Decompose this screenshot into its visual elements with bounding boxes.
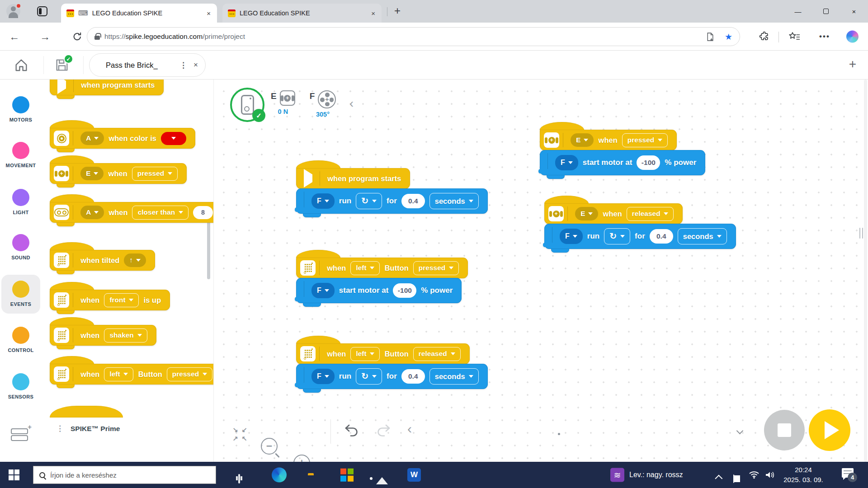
dropdown[interactable]: front <box>104 293 139 307</box>
new-project-button[interactable]: + <box>849 57 856 71</box>
redo-button[interactable] <box>376 424 391 437</box>
favorite-star-icon[interactable]: ★ <box>725 32 732 42</box>
save-page-icon[interactable] <box>705 32 715 42</box>
port-selector[interactable]: F <box>311 283 335 298</box>
taskbar-clock[interactable]: 20:24 2025. 03. 09. <box>771 465 835 485</box>
battery-icon[interactable] <box>733 474 734 483</box>
extensions-icon[interactable] <box>759 31 770 42</box>
dropdown[interactable]: shaken <box>104 328 147 343</box>
notification-center-icon[interactable]: 4 <box>842 468 855 480</box>
dropdown[interactable]: released <box>413 347 461 361</box>
block[interactable]: Awhencloser than8 <box>50 202 214 223</box>
block[interactable]: when program starts <box>50 80 164 95</box>
sidebar-item-control[interactable]: CONTROL <box>3 327 39 353</box>
dropdown[interactable]: pressed <box>413 261 459 275</box>
block[interactable]: +Fstart motor at-100% power <box>296 278 462 303</box>
edge-taskbar-icon[interactable] <box>272 468 287 483</box>
profile-avatar[interactable] <box>6 4 20 18</box>
dropdown[interactable]: pressed <box>167 367 212 381</box>
dropdown[interactable]: closer than <box>132 206 189 220</box>
sidebar-item-sensors[interactable]: SENSORS <box>3 373 39 399</box>
wifi-icon[interactable] <box>749 471 760 479</box>
sidebar-item-motors[interactable]: MOTORS <box>3 96 39 122</box>
direction-dropdown[interactable]: ↻ <box>356 368 382 385</box>
sidebar-item-movement[interactable]: MOVEMENT <box>3 142 39 168</box>
block[interactable]: +Ewhenpressed <box>540 130 677 150</box>
forward-button[interactable]: → <box>40 31 50 42</box>
window-close-button[interactable]: × <box>840 0 868 23</box>
tilt-dropdown[interactable]: ↑ <box>124 253 146 267</box>
canvas-scrollbar-track[interactable] <box>864 80 867 462</box>
value-input[interactable]: -100 <box>393 283 416 298</box>
my-blocks-icon[interactable]: + <box>11 426 31 444</box>
project-menu-icon[interactable]: ⋮ <box>179 61 187 70</box>
dropdown[interactable]: seconds <box>678 228 727 244</box>
tab-close-icon[interactable]: × <box>370 9 376 17</box>
port-selector[interactable]: F <box>560 229 583 244</box>
taskbar-search-box[interactable]: Írjon ide a kereséshez <box>33 466 216 484</box>
task-view-icon[interactable] <box>238 474 240 483</box>
block[interactable]: Awhen color is <box>50 128 195 149</box>
block[interactable]: when program starts <box>296 168 410 189</box>
app-home-button[interactable] <box>14 57 29 73</box>
reload-button[interactable] <box>72 32 82 42</box>
hub-connection-status[interactable]: ✓ <box>230 88 264 122</box>
dropdown[interactable]: seconds <box>429 368 479 385</box>
sidebar-item-events[interactable]: EVENTS <box>3 281 39 307</box>
favorites-hub-icon[interactable] <box>788 31 801 42</box>
save-project-button[interactable]: ✓ <box>54 57 70 73</box>
direction-dropdown[interactable]: ↻ <box>356 193 382 209</box>
url-field[interactable]: https://spike.legoeducation.com/prime/pr… <box>87 27 740 46</box>
browser-tab-inactive[interactable]: LEGO Education SPIKE × <box>222 4 382 23</box>
script-stack[interactable]: when program starts+Frun↻for0.4seconds <box>296 160 488 217</box>
block[interactable]: +Frun↻for0.4seconds <box>296 188 488 214</box>
script-stack[interactable]: +Ewhenpressed+Fstart motor at-100% power <box>540 122 705 179</box>
play-button[interactable] <box>809 409 850 451</box>
project-close-icon[interactable]: × <box>193 61 198 70</box>
microsoft-store-icon[interactable] <box>340 469 354 482</box>
direction-dropdown[interactable]: ↻ <box>604 228 630 244</box>
value-input[interactable]: 0.4 <box>650 229 673 244</box>
browser-menu-icon[interactable]: ••• <box>819 32 830 41</box>
stop-button[interactable] <box>764 410 805 450</box>
dropdown[interactable]: left <box>104 367 133 381</box>
new-tab-button[interactable]: + <box>394 5 401 16</box>
device-bar-collapse-icon[interactable]: ‹ <box>349 97 354 111</box>
block[interactable]: whenleftButtonpressed <box>296 258 468 278</box>
block[interactable]: whenfrontis up <box>50 290 170 310</box>
mail-status-icon[interactable]: ≋ <box>610 468 624 482</box>
block[interactable]: whenshaken <box>50 325 156 346</box>
dropdown[interactable]: released <box>627 207 674 221</box>
word-icon[interactable]: W <box>407 468 421 482</box>
device-port-e[interactable]: E+0 N <box>271 90 295 118</box>
port-selector[interactable]: A <box>80 206 104 219</box>
port-selector[interactable]: A <box>80 131 104 145</box>
port-selector[interactable]: E <box>575 207 598 221</box>
sidebar-item-light[interactable]: LIGHT <box>3 189 39 215</box>
value-input[interactable]: 0.4 <box>401 194 425 208</box>
copilot-icon[interactable] <box>846 30 859 42</box>
undo-button[interactable] <box>344 424 359 437</box>
block[interactable]: +Frun↻for0.4seconds <box>544 224 736 249</box>
palette-footer-menu-icon[interactable]: ⋮ <box>56 424 64 433</box>
block[interactable]: +Frun↻for0.4seconds <box>296 364 488 389</box>
zoom-out-button[interactable]: − <box>261 438 278 455</box>
device-port-f[interactable]: F+305° <box>310 90 336 118</box>
taskbar-status-text[interactable]: Lev.: nagy. rossz <box>629 462 683 488</box>
dropdown[interactable]: pressed <box>132 167 178 181</box>
block[interactable]: +Fstart motor at-100% power <box>540 150 705 175</box>
palette-block-partial[interactable] <box>50 406 123 418</box>
dropdown[interactable]: left <box>350 347 380 361</box>
project-tab[interactable]: Pass the Brick_ ⋮ × <box>89 53 206 77</box>
block[interactable]: when tilted↑ <box>50 250 155 271</box>
block[interactable]: +Ewhenpressed <box>50 163 187 184</box>
window-maximize-button[interactable] <box>812 0 840 23</box>
back-button[interactable]: ← <box>9 31 19 42</box>
panel-resize-handle[interactable] <box>857 223 865 243</box>
workspaces-icon[interactable] <box>37 6 47 16</box>
script-stack[interactable]: +Ewhenreleased+Frun↻for0.4seconds <box>544 196 736 253</box>
port-selector[interactable]: E <box>80 167 104 180</box>
color-value-dropdown[interactable] <box>161 132 186 145</box>
port-selector[interactable]: E <box>571 133 594 147</box>
sidebar-item-sound[interactable]: SOUND <box>3 234 39 260</box>
